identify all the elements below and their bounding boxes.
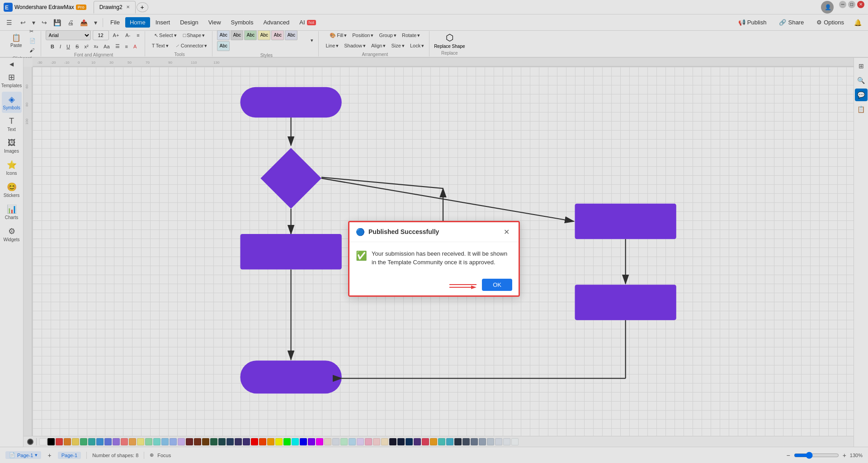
success-icon: ✅	[356, 250, 367, 261]
dialog-header: 🔵 Published Successfully ✕	[349, 222, 519, 242]
dialog-close-button[interactable]: ✕	[501, 227, 512, 237]
dialog-message: Your submission has been received. It wi…	[372, 249, 512, 267]
dialog: 🔵 Published Successfully ✕ ✅ Your submis…	[348, 221, 520, 297]
ok-button[interactable]: OK	[482, 279, 512, 291]
dialog-title: Published Successfully	[368, 228, 497, 235]
svg-marker-34	[471, 285, 476, 289]
dialog-body: ✅ Your submission has been received. It …	[349, 242, 519, 274]
dialog-app-icon: 🔵	[356, 228, 365, 236]
arrow-line	[449, 284, 476, 285]
dialog-footer: OK	[349, 274, 519, 295]
modal-overlay[interactable]: 🔵 Published Successfully ✕ ✅ Your submis…	[0, 0, 868, 463]
arrow-indicator	[449, 284, 476, 285]
